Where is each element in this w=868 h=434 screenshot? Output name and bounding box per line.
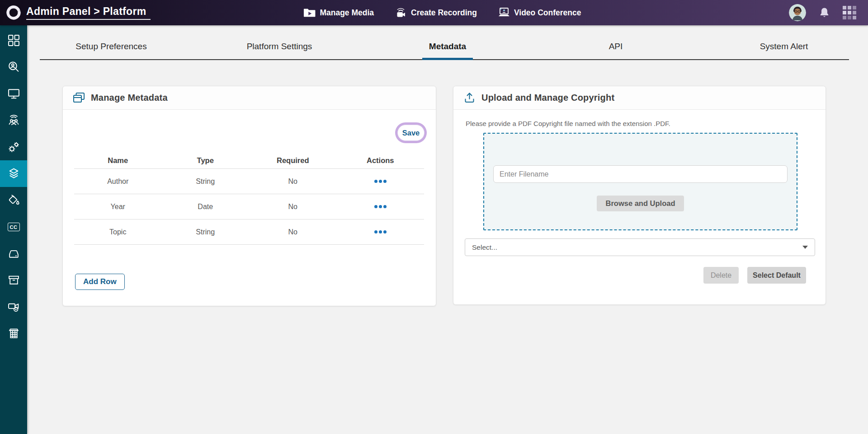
column-header-type: Type bbox=[162, 156, 250, 165]
cell-type: String bbox=[162, 177, 250, 186]
copyright-card-title: Upload and Manage Copyright bbox=[481, 93, 614, 103]
sidebar-item-building[interactable] bbox=[0, 320, 27, 347]
tab-system-alert[interactable]: System Alert bbox=[700, 33, 868, 60]
video-conference-icon bbox=[498, 7, 510, 19]
left-sidebar: CC bbox=[0, 25, 27, 434]
metadata-table-header-row: Name Type Required Actions bbox=[74, 153, 424, 169]
tab-label: Platform Settings bbox=[247, 42, 312, 51]
chevron-down-icon bbox=[802, 246, 808, 249]
manage-metadata-card: Manage Metadata Save Name Type Required … bbox=[62, 86, 436, 306]
brand-logo-icon bbox=[5, 5, 22, 21]
table-row: Topic String No bbox=[74, 219, 424, 245]
table-row: Year Date No bbox=[74, 194, 424, 219]
cell-name: Author bbox=[74, 177, 162, 186]
upload-icon bbox=[463, 92, 476, 104]
row-actions-menu-button[interactable] bbox=[372, 228, 389, 236]
media-folder-icon bbox=[303, 7, 316, 19]
column-header-name: Name bbox=[74, 156, 162, 165]
settings-tab-bar: Setup Preferences Platform Settings Meta… bbox=[27, 25, 868, 60]
add-row-button[interactable]: Add Row bbox=[75, 274, 125, 290]
brand-home-link[interactable]: Admin Panel > Platform bbox=[0, 5, 151, 21]
tab-platform-settings[interactable]: Platform Settings bbox=[195, 33, 363, 60]
tab-label: API bbox=[609, 42, 623, 51]
sidebar-item-video-camera[interactable] bbox=[0, 294, 27, 320]
copyright-instruction-text: Please provide a PDF Copyright file name… bbox=[453, 110, 826, 127]
sidebar-item-layers[interactable] bbox=[0, 160, 27, 187]
nav-create-recording[interactable]: Create Recording bbox=[395, 7, 477, 19]
nav-manage-media-label: Manage Media bbox=[320, 8, 374, 18]
sidebar-item-audience[interactable] bbox=[0, 107, 27, 134]
save-button[interactable]: Save bbox=[397, 125, 425, 141]
top-header: Admin Panel > Platform Manage Media bbox=[0, 0, 868, 25]
sidebar-item-paint-bucket[interactable] bbox=[0, 187, 27, 214]
select-default-button[interactable]: Select Default bbox=[747, 267, 806, 284]
nav-manage-media[interactable]: Manage Media bbox=[303, 7, 374, 19]
sidebar-item-archive-box[interactable] bbox=[0, 267, 27, 294]
tab-api[interactable]: API bbox=[532, 33, 700, 60]
row-actions-menu-button[interactable] bbox=[372, 177, 389, 186]
tab-setup-preferences[interactable]: Setup Preferences bbox=[27, 33, 195, 60]
copyright-card-header: Upload and Manage Copyright bbox=[453, 86, 826, 110]
main-content: Setup Preferences Platform Settings Meta… bbox=[27, 25, 868, 434]
browser-windows-icon bbox=[73, 92, 85, 104]
nav-video-conference-label: Video Conference bbox=[514, 8, 581, 18]
header-right-actions bbox=[789, 4, 868, 21]
copyright-file-select[interactable]: Select... bbox=[465, 238, 815, 256]
cc-icon: CC bbox=[8, 223, 20, 231]
cell-type: String bbox=[162, 228, 250, 236]
cell-name: Year bbox=[74, 203, 162, 211]
sidebar-item-storage-drive[interactable] bbox=[0, 240, 27, 267]
filename-input[interactable] bbox=[493, 165, 788, 183]
sidebar-item-closed-captions[interactable]: CC bbox=[0, 214, 27, 240]
table-row: Author String No bbox=[74, 169, 424, 194]
user-avatar[interactable] bbox=[789, 4, 806, 21]
copyright-card: Upload and Manage Copyright Please provi… bbox=[453, 86, 826, 305]
upload-dropzone[interactable]: Browse and Upload bbox=[483, 133, 797, 230]
sidebar-item-settings-gears[interactable] bbox=[0, 134, 27, 160]
manage-metadata-header: Manage Metadata bbox=[63, 86, 436, 110]
tab-label: Setup Preferences bbox=[75, 42, 146, 51]
cell-name: Topic bbox=[74, 228, 162, 236]
sidebar-item-monitor[interactable] bbox=[0, 80, 27, 107]
tab-label: Metadata bbox=[429, 42, 466, 51]
sidebar-item-user-search[interactable] bbox=[0, 54, 27, 80]
delete-button[interactable]: Delete bbox=[703, 267, 739, 284]
cards-row: Manage Metadata Save Name Type Required … bbox=[27, 60, 868, 306]
nav-video-conference[interactable]: Video Conference bbox=[498, 7, 581, 19]
page-title[interactable]: Admin Panel > Platform bbox=[26, 5, 151, 20]
cell-required: No bbox=[249, 177, 337, 186]
sidebar-item-dashboard[interactable] bbox=[0, 27, 27, 54]
column-header-required: Required bbox=[249, 156, 337, 165]
cell-required: No bbox=[249, 228, 337, 236]
select-value: Select... bbox=[472, 243, 497, 252]
tab-label: System Alert bbox=[760, 42, 808, 51]
browse-and-upload-button[interactable]: Browse and Upload bbox=[597, 196, 684, 211]
cell-type: Date bbox=[162, 203, 250, 211]
metadata-table: Name Type Required Actions Author String… bbox=[74, 153, 424, 245]
recording-camera-icon bbox=[395, 7, 407, 19]
notifications-bell-icon[interactable] bbox=[819, 7, 830, 19]
copyright-actions: Delete Select Default bbox=[453, 267, 806, 284]
apps-grid-icon[interactable] bbox=[843, 6, 856, 19]
app-root: Admin Panel > Platform Manage Media bbox=[0, 0, 868, 434]
manage-metadata-title: Manage Metadata bbox=[91, 93, 168, 103]
row-actions-menu-button[interactable] bbox=[372, 202, 389, 211]
column-header-actions: Actions bbox=[337, 156, 425, 165]
cell-required: No bbox=[249, 203, 337, 211]
nav-create-recording-label: Create Recording bbox=[411, 8, 477, 18]
tab-metadata[interactable]: Metadata bbox=[363, 33, 532, 60]
top-navigation: Manage Media Create Recording bbox=[303, 7, 581, 19]
